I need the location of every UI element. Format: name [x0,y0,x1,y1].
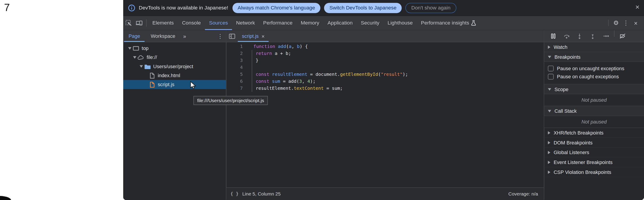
frame-icon [133,45,139,51]
info-icon [128,4,135,11]
chevron-down-icon[interactable] [128,47,132,50]
tab-console[interactable]: Console [178,16,205,30]
section-global-listeners[interactable]: Global Listeners [544,148,644,158]
navigator-tab-page[interactable]: Page [123,30,145,42]
line-number[interactable]: 7 [226,85,249,92]
code-line-6[interactable]: 6const sum = add(3, 4); [226,78,544,85]
language-infobar: DevTools is now available in Japanese! A… [123,0,644,15]
section-scope[interactable]: Scope [544,84,644,94]
line-number[interactable]: 4 [226,64,249,71]
code-line-1[interactable]: 1function add(a, b) { [226,43,544,50]
section-watch[interactable]: Watch [544,42,644,52]
code-editor[interactable]: 1function add(a, b) {2return a + b;3}45c… [226,42,544,188]
tab-label: Lighthouse [388,20,412,26]
navigator-menu-icon[interactable]: ⋮ [216,30,224,42]
hide-navigator-icon[interactable] [226,30,238,42]
debugger-toolbar-separator [614,30,614,37]
infobar-message: DevTools is now available in Japanese! [139,5,228,11]
tab-elements[interactable]: Elements [148,16,178,30]
checkbox-row-pause-on-uncaught-exceptions[interactable]: Pause on uncaught exceptions [544,64,644,72]
tree-item-label: file:// [147,54,157,60]
line-number[interactable]: 5 [226,71,249,78]
step-into-icon[interactable] [573,30,586,42]
checkbox-icon[interactable] [548,66,554,72]
toolbar-separator [146,19,147,27]
devtools-close-icon[interactable]: × [631,19,641,26]
tab-sources[interactable]: Sources [205,16,232,30]
tab-application[interactable]: Application [323,16,357,30]
debugger-sidebar: WatchBreakpointsPause on uncaught except… [544,30,644,200]
tree-item-index.html[interactable]: index.html [123,71,226,80]
section-call-stack[interactable]: Call Stack [544,106,644,116]
kebab-menu-icon[interactable]: ⋮ [621,19,631,27]
infobar-close-icon[interactable]: × [636,3,640,10]
chevron-down-icon[interactable] [139,65,143,68]
checkbox-icon[interactable] [548,74,554,80]
navigator-tab-workspace[interactable]: Workspace [145,30,180,42]
chevron-down-icon[interactable] [133,56,137,59]
code-line-5[interactable]: 5const resultElement = document.getEleme… [226,71,544,78]
tab-label: Application [328,20,352,26]
not-paused-message: Not paused [544,116,644,128]
section-label: Scope [554,86,568,92]
section-csp-violation-breakpoints[interactable]: CSP Violation Breakpoints [544,167,644,177]
chevron-right-icon [548,151,550,154]
editor-tab-scriptjs[interactable]: script.js × [238,30,268,42]
chevron-down-icon [548,110,551,112]
tab-memory[interactable]: Memory [296,16,323,30]
tab-close-icon[interactable]: × [262,33,264,39]
tab-label: Security [361,20,379,26]
tree-item-top[interactable]: top [123,44,226,53]
chevron-right-icon [548,131,550,134]
step-icon[interactable] [599,30,612,42]
cursor-position: Line 5, Column 25 [242,192,280,197]
tab-performance[interactable]: Performance [259,16,297,30]
tab-performance-insights[interactable]: Performance insights [417,16,480,30]
section-xhr-fetch-breakpoints[interactable]: XHR/fetch Breakpoints [544,128,644,138]
line-number[interactable]: 2 [226,50,249,57]
deactivate-breakpoints-icon[interactable] [616,30,629,42]
chevron-right-icon [548,141,550,144]
tab-label: Sources [209,20,228,26]
line-number[interactable]: 6 [226,78,249,85]
checkbox-label: Pause on caught exceptions [557,74,619,80]
tree-item-script.js[interactable]: script.js [123,80,226,89]
always-match-language-button[interactable]: Always match Chrome's language [232,3,320,13]
dont-show-again-button[interactable]: Don't show again [406,3,456,13]
code-line-7[interactable]: 7resultElement.textContent = sum; [226,85,544,92]
tree-item-users-user-project[interactable]: Users/user/project [123,62,226,71]
settings-gear-icon[interactable]: ⚙ [611,19,621,27]
tree-item-file-[interactable]: file:// [123,53,226,62]
device-toolbar-icon[interactable] [134,16,144,30]
line-number[interactable]: 1 [226,43,249,50]
section-dom-breakpoints[interactable]: DOM Breakpoints [544,138,644,148]
code-line-4[interactable]: 4 [226,64,544,71]
tab-security[interactable]: Security [357,16,384,30]
mouse-cursor [190,81,196,92]
experiment-flask-icon [471,20,476,26]
chevron-right-icon [548,45,550,49]
checkbox-row-pause-on-caught-exceptions[interactable]: Pause on caught exceptions [544,73,644,81]
code-line-3[interactable]: 3} [226,57,544,64]
tab-label: Memory [301,20,319,26]
tab-network[interactable]: Network [232,16,259,30]
line-number[interactable]: 3 [226,57,249,64]
coverage-status: Coverage: n/a [508,192,538,197]
tree-item-label: index.html [158,73,180,78]
code-line-text: } [249,57,258,64]
code-line-2[interactable]: 2return a + b; [226,50,544,57]
more-tabs-icon[interactable]: » [181,30,188,42]
switch-to-japanese-button[interactable]: Switch DevTools to Japanese [324,3,402,13]
section-label: Breakpoints [554,54,581,60]
step-over-icon[interactable] [560,30,573,42]
section-event-listener-breakpoints[interactable]: Event Listener Breakpoints [544,158,644,167]
code-line-text: const sum = add(3, 4); [249,78,316,85]
pretty-print-icon[interactable]: { } [230,191,239,197]
inspect-element-icon[interactable] [123,16,134,30]
corner-shape [0,196,11,200]
code-line-text [249,64,256,71]
step-out-icon[interactable] [586,30,599,42]
section-breakpoints[interactable]: Breakpoints [544,52,644,62]
pause-icon[interactable] [547,30,560,42]
tab-lighthouse[interactable]: Lighthouse [384,16,417,30]
